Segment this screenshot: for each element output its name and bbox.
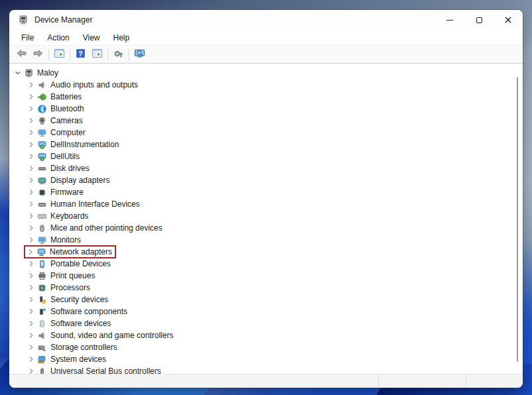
- computer-root-icon: [23, 68, 34, 78]
- tree-item-label: Keyboards: [50, 211, 88, 221]
- tree-item-keyboards[interactable]: Keyboards: [9, 210, 523, 222]
- svg-text:?: ?: [78, 49, 82, 57]
- vertical-scrollbar[interactable]: [514, 66, 521, 372]
- software-component-icon: [36, 306, 47, 317]
- chevron-right-icon[interactable]: [26, 151, 36, 162]
- tree-item-disk-drives[interactable]: Disk drives: [9, 162, 523, 174]
- tree-item-cameras[interactable]: Cameras: [9, 115, 523, 127]
- chevron-right-icon[interactable]: [26, 235, 36, 245]
- tree-item-security-devices[interactable]: Security devices: [9, 294, 523, 306]
- chevron-right-icon[interactable]: [26, 306, 36, 317]
- tree-item-sound-video-and-game-controllers[interactable]: Sound, video and game controllers: [9, 329, 523, 341]
- tree-item-software-devices[interactable]: Software devices: [9, 317, 523, 329]
- chevron-right-icon[interactable]: [26, 199, 36, 209]
- chevron-right-icon[interactable]: [26, 80, 36, 90]
- chevron-right-icon[interactable]: [26, 330, 36, 341]
- tree-item-bluetooth[interactable]: Bluetooth: [9, 103, 523, 115]
- tree-item-network-adapters[interactable]: Network adapters: [9, 246, 523, 258]
- chevron-right-icon[interactable]: [26, 223, 36, 233]
- tree-item-audio-inputs-and-outputs[interactable]: Audio inputs and outputs: [9, 79, 523, 91]
- tree-item-monitors[interactable]: Monitors: [9, 234, 523, 246]
- tree-item-storage-controllers[interactable]: Storage controllers: [9, 341, 523, 353]
- close-button[interactable]: ×: [494, 10, 523, 30]
- dell-monitor-icon: [36, 139, 47, 150]
- tree-item-print-queues[interactable]: Print queues: [9, 270, 523, 282]
- chevron-right-icon[interactable]: [26, 115, 36, 126]
- chevron-right-icon[interactable]: [26, 354, 36, 365]
- toolbar-separator: [107, 49, 108, 60]
- chevron-right-icon[interactable]: [26, 342, 36, 353]
- dell-monitor-icon: [36, 151, 47, 162]
- device-manager-window: Device Manager × File Action View Help ?…: [9, 10, 523, 388]
- back-arrow-button[interactable]: [13, 47, 30, 62]
- close-icon: ×: [503, 15, 512, 25]
- show-console-tree-button[interactable]: [51, 47, 68, 62]
- help-button[interactable]: ?: [72, 47, 89, 62]
- hid-icon: [36, 199, 47, 209]
- chevron-right-icon[interactable]: [26, 187, 36, 198]
- tree-item-portable-devices[interactable]: Portable Devices: [9, 258, 523, 270]
- show-action-pane-button[interactable]: [89, 47, 105, 62]
- menu-action[interactable]: Action: [40, 31, 76, 44]
- minimize-button[interactable]: [435, 10, 464, 30]
- monitor-icon: [36, 235, 47, 245]
- status-bar: [9, 374, 523, 388]
- chevron-right-icon[interactable]: [26, 270, 36, 281]
- menu-file[interactable]: File: [15, 31, 40, 44]
- chevron-right-icon[interactable]: [26, 318, 36, 329]
- chevron-right-icon[interactable]: [26, 127, 36, 138]
- menu-help[interactable]: Help: [107, 31, 137, 44]
- chevron-right-icon[interactable]: [26, 175, 36, 186]
- tree-item-dellutils[interactable]: DellUtils: [9, 150, 523, 162]
- device-manager-app-icon: [18, 15, 29, 25]
- maximize-button[interactable]: [464, 10, 494, 30]
- tree-item-computer[interactable]: Computer: [9, 127, 523, 139]
- chevron-right-icon[interactable]: [25, 247, 36, 257]
- software-device-icon: [36, 318, 47, 329]
- tree-item-system-devices[interactable]: System devices: [9, 353, 523, 365]
- portable-icon: [36, 258, 47, 269]
- toolbar-separator: [129, 49, 129, 60]
- tree-item-processors[interactable]: Processors: [9, 282, 523, 294]
- chevron-right-icon[interactable]: [26, 366, 36, 374]
- title-bar: Device Manager ×: [9, 10, 523, 30]
- tree-item-batteries[interactable]: Batteries: [9, 91, 523, 103]
- scan-hardware-changes-button[interactable]: [110, 47, 127, 62]
- tree-root-maloy[interactable]: Maloy: [9, 67, 523, 79]
- disk-icon: [36, 163, 47, 174]
- tree-item-label: Bluetooth: [50, 104, 84, 113]
- forward-arrow-button[interactable]: [30, 47, 46, 62]
- bluetooth-icon: [36, 103, 47, 114]
- tree-item-mice-and-other-pointing-devices[interactable]: Mice and other pointing devices: [9, 222, 523, 234]
- scrollbar-thumb[interactable]: [517, 77, 518, 362]
- chevron-right-icon[interactable]: [26, 139, 36, 150]
- audio-icon: [36, 80, 47, 90]
- annotation-box: Network adapters: [24, 245, 116, 258]
- chevron-right-icon[interactable]: [26, 103, 36, 114]
- tree-item-human-interface-devices[interactable]: Human Interface Devices: [9, 198, 523, 210]
- show-action-pane-icon: [92, 48, 103, 62]
- battery-icon: [36, 91, 47, 102]
- tree-item-label: Network adapters: [50, 247, 112, 256]
- tree-item-label: Processors: [50, 283, 90, 292]
- tree-item-universal-serial-bus-controllers[interactable]: Universal Serial Bus controllers: [9, 365, 523, 374]
- chevron-right-icon[interactable]: [26, 258, 36, 269]
- chevron-right-icon[interactable]: [26, 91, 36, 102]
- status-section: [378, 374, 466, 388]
- tree-item-display-adapters[interactable]: Display adapters: [9, 174, 523, 186]
- scan-hardware-changes-icon: [113, 48, 124, 62]
- tree-item-software-components[interactable]: Software components: [9, 306, 523, 317]
- printer-icon: [36, 270, 47, 281]
- tree-item-label: Security devices: [50, 295, 108, 304]
- remote-computer-button[interactable]: [131, 47, 148, 62]
- chevron-right-icon[interactable]: [26, 211, 36, 221]
- menu-view[interactable]: View: [76, 31, 107, 44]
- chevron-right-icon[interactable]: [26, 282, 36, 293]
- tree-item-firmware[interactable]: Firmware: [9, 186, 523, 198]
- chevron-right-icon[interactable]: [26, 163, 36, 174]
- chevron-right-icon[interactable]: [26, 294, 36, 305]
- tree-item-label: Batteries: [50, 92, 82, 101]
- chevron-down-icon[interactable]: [13, 68, 23, 78]
- tree-item-dellinstrumentation[interactable]: DellInstrumentation: [9, 139, 523, 150]
- security-key-icon: [36, 294, 47, 305]
